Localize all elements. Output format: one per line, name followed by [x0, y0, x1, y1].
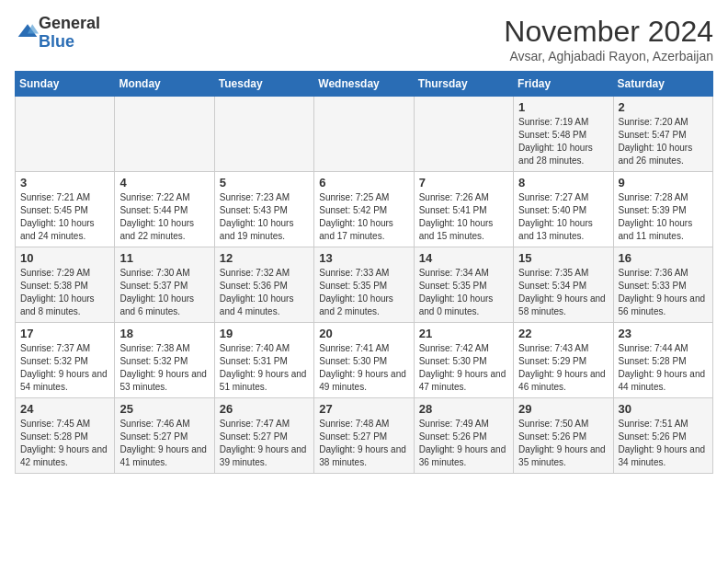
day-info: Sunrise: 7:36 AM Sunset: 5:33 PM Dayligh… [619, 267, 708, 318]
week-row-5: 24Sunrise: 7:45 AM Sunset: 5:28 PM Dayli… [16, 398, 713, 474]
calendar-cell: 25Sunrise: 7:46 AM Sunset: 5:27 PM Dayli… [115, 398, 214, 474]
day-number: 3 [20, 176, 109, 190]
calendar-cell: 1Sunrise: 7:19 AM Sunset: 5:48 PM Daylig… [514, 97, 613, 172]
calendar-cell: 14Sunrise: 7:34 AM Sunset: 5:35 PM Dayli… [414, 247, 513, 323]
weekday-header-sunday: Sunday [16, 72, 115, 97]
day-number: 19 [220, 327, 309, 340]
weekday-header-thursday: Thursday [414, 72, 513, 97]
calendar-cell: 2Sunrise: 7:20 AM Sunset: 5:47 PM Daylig… [613, 97, 712, 172]
day-info: Sunrise: 7:49 AM Sunset: 5:26 PM Dayligh… [419, 418, 508, 469]
calendar-cell: 24Sunrise: 7:45 AM Sunset: 5:28 PM Dayli… [16, 398, 115, 474]
day-info: Sunrise: 7:48 AM Sunset: 5:27 PM Dayligh… [319, 418, 408, 469]
day-info: Sunrise: 7:32 AM Sunset: 5:36 PM Dayligh… [220, 267, 309, 318]
calendar-cell: 16Sunrise: 7:36 AM Sunset: 5:33 PM Dayli… [613, 247, 712, 323]
calendar-cell: 12Sunrise: 7:32 AM Sunset: 5:36 PM Dayli… [214, 247, 313, 323]
weekday-header-row: SundayMondayTuesdayWednesdayThursdayFrid… [16, 72, 713, 97]
day-info: Sunrise: 7:45 AM Sunset: 5:28 PM Dayligh… [20, 418, 109, 469]
calendar-cell: 21Sunrise: 7:42 AM Sunset: 5:30 PM Dayli… [414, 323, 513, 398]
calendar-cell: 29Sunrise: 7:50 AM Sunset: 5:26 PM Dayli… [514, 398, 613, 474]
logo-blue-text: Blue [39, 32, 74, 51]
day-number: 26 [220, 402, 309, 416]
day-info: Sunrise: 7:33 AM Sunset: 5:35 PM Dayligh… [319, 267, 408, 318]
day-info: Sunrise: 7:51 AM Sunset: 5:26 PM Dayligh… [619, 418, 708, 469]
day-info: Sunrise: 7:29 AM Sunset: 5:38 PM Dayligh… [20, 267, 109, 318]
calendar-cell: 26Sunrise: 7:47 AM Sunset: 5:27 PM Dayli… [214, 398, 313, 474]
week-row-3: 10Sunrise: 7:29 AM Sunset: 5:38 PM Dayli… [16, 247, 713, 323]
calendar-cell: 3Sunrise: 7:21 AM Sunset: 5:45 PM Daylig… [16, 172, 115, 247]
day-number: 29 [518, 402, 608, 416]
calendar-cell: 13Sunrise: 7:33 AM Sunset: 5:35 PM Dayli… [314, 247, 414, 323]
location-subtitle: Avsar, Aghjabadi Rayon, Azerbaijan [504, 49, 713, 63]
day-number: 9 [619, 176, 708, 190]
weekday-header-wednesday: Wednesday [314, 72, 414, 97]
calendar-cell [16, 97, 115, 172]
day-info: Sunrise: 7:47 AM Sunset: 5:27 PM Dayligh… [220, 418, 309, 469]
day-number: 11 [119, 251, 209, 265]
day-info: Sunrise: 7:43 AM Sunset: 5:29 PM Dayligh… [518, 342, 608, 394]
day-info: Sunrise: 7:40 AM Sunset: 5:31 PM Dayligh… [220, 342, 309, 394]
calendar-body: 1Sunrise: 7:19 AM Sunset: 5:48 PM Daylig… [16, 97, 713, 474]
calendar-cell: 18Sunrise: 7:38 AM Sunset: 5:32 PM Dayli… [115, 323, 214, 398]
day-info: Sunrise: 7:41 AM Sunset: 5:30 PM Dayligh… [319, 342, 408, 394]
day-number: 20 [319, 327, 408, 340]
day-number: 7 [419, 176, 508, 190]
weekday-header-monday: Monday [115, 72, 214, 97]
day-number: 17 [20, 327, 109, 340]
calendar-cell [414, 97, 513, 172]
day-info: Sunrise: 7:42 AM Sunset: 5:30 PM Dayligh… [419, 342, 508, 394]
day-number: 13 [319, 251, 408, 265]
calendar-cell: 6Sunrise: 7:25 AM Sunset: 5:42 PM Daylig… [314, 172, 414, 247]
calendar-cell: 23Sunrise: 7:44 AM Sunset: 5:28 PM Dayli… [613, 323, 712, 398]
calendar-cell [314, 97, 414, 172]
day-number: 1 [518, 100, 608, 114]
day-info: Sunrise: 7:27 AM Sunset: 5:40 PM Dayligh… [518, 191, 608, 243]
calendar-cell [115, 97, 214, 172]
day-info: Sunrise: 7:46 AM Sunset: 5:27 PM Dayligh… [119, 418, 209, 469]
day-number: 27 [319, 402, 408, 416]
logo-general-text: General [39, 14, 100, 32]
day-number: 15 [518, 251, 608, 265]
day-number: 12 [220, 251, 309, 265]
day-number: 21 [419, 327, 508, 340]
day-info: Sunrise: 7:30 AM Sunset: 5:37 PM Dayligh… [119, 267, 209, 318]
calendar-cell [214, 97, 313, 172]
day-number: 28 [419, 402, 508, 416]
day-number: 8 [518, 176, 608, 190]
calendar-cell: 4Sunrise: 7:22 AM Sunset: 5:44 PM Daylig… [115, 172, 214, 247]
week-row-1: 1Sunrise: 7:19 AM Sunset: 5:48 PM Daylig… [16, 97, 713, 172]
day-info: Sunrise: 7:21 AM Sunset: 5:45 PM Dayligh… [20, 191, 109, 243]
calendar-cell: 28Sunrise: 7:49 AM Sunset: 5:26 PM Dayli… [414, 398, 513, 474]
calendar-cell: 7Sunrise: 7:26 AM Sunset: 5:41 PM Daylig… [414, 172, 513, 247]
calendar-cell: 20Sunrise: 7:41 AM Sunset: 5:30 PM Dayli… [314, 323, 414, 398]
calendar-cell: 10Sunrise: 7:29 AM Sunset: 5:38 PM Dayli… [16, 247, 115, 323]
day-number: 16 [619, 251, 708, 265]
calendar-cell: 27Sunrise: 7:48 AM Sunset: 5:27 PM Dayli… [314, 398, 414, 474]
calendar-cell: 30Sunrise: 7:51 AM Sunset: 5:26 PM Dayli… [613, 398, 712, 474]
day-info: Sunrise: 7:35 AM Sunset: 5:34 PM Dayligh… [518, 267, 608, 318]
day-number: 5 [220, 176, 309, 190]
weekday-header-friday: Friday [514, 72, 613, 97]
calendar-cell: 22Sunrise: 7:43 AM Sunset: 5:29 PM Dayli… [514, 323, 613, 398]
day-number: 25 [119, 402, 209, 416]
day-info: Sunrise: 7:28 AM Sunset: 5:39 PM Dayligh… [619, 191, 708, 243]
day-number: 30 [619, 402, 708, 416]
day-info: Sunrise: 7:25 AM Sunset: 5:42 PM Dayligh… [319, 191, 408, 243]
day-info: Sunrise: 7:50 AM Sunset: 5:26 PM Dayligh… [518, 418, 608, 469]
day-number: 4 [119, 176, 209, 190]
day-info: Sunrise: 7:19 AM Sunset: 5:48 PM Dayligh… [518, 116, 608, 167]
day-info: Sunrise: 7:22 AM Sunset: 5:44 PM Dayligh… [119, 191, 209, 243]
calendar-cell: 5Sunrise: 7:23 AM Sunset: 5:43 PM Daylig… [214, 172, 313, 247]
calendar-cell: 11Sunrise: 7:30 AM Sunset: 5:37 PM Dayli… [115, 247, 214, 323]
logo: General Blue [15, 15, 100, 52]
day-number: 24 [20, 402, 109, 416]
day-number: 6 [319, 176, 408, 190]
day-info: Sunrise: 7:23 AM Sunset: 5:43 PM Dayligh… [220, 191, 309, 243]
month-title: November 2024 [504, 15, 713, 49]
calendar-cell: 8Sunrise: 7:27 AM Sunset: 5:40 PM Daylig… [514, 172, 613, 247]
day-info: Sunrise: 7:20 AM Sunset: 5:47 PM Dayligh… [619, 116, 708, 167]
weekday-header-tuesday: Tuesday [214, 72, 313, 97]
calendar-cell: 15Sunrise: 7:35 AM Sunset: 5:34 PM Dayli… [514, 247, 613, 323]
day-number: 22 [518, 327, 608, 340]
calendar-cell: 9Sunrise: 7:28 AM Sunset: 5:39 PM Daylig… [613, 172, 712, 247]
day-info: Sunrise: 7:34 AM Sunset: 5:35 PM Dayligh… [419, 267, 508, 318]
